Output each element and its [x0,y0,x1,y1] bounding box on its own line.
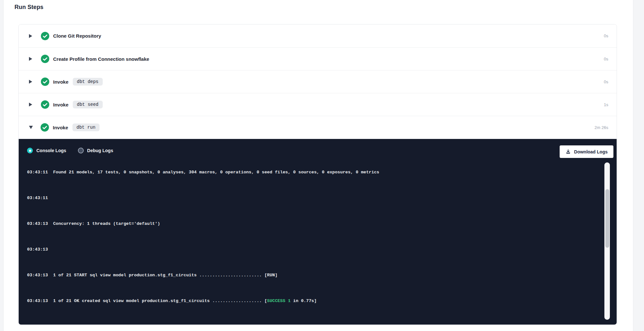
log-tabs: Console Logs Debug Logs [27,148,125,153]
chevron-right-icon[interactable] [29,57,32,61]
log-message: Found 21 models, 17 tests, 0 snapshots, … [48,170,379,175]
log-line: 03:43:11 Found 21 models, 17 tests, 0 sn… [27,169,600,176]
step-duration: 0s [604,79,608,84]
log-message: Concurrency: 1 threads (target='default'… [48,221,160,226]
chevron-right-icon[interactable] [29,34,32,38]
radio-selected-icon[interactable] [27,148,33,153]
step-label: Clone Git Repository [53,33,101,39]
log-line: 03:43:11 [27,195,600,201]
chevron-right-icon[interactable] [29,80,32,84]
run-step-row[interactable]: Invoke dbt deps 0s [19,70,617,93]
chevron-down-icon[interactable] [29,126,33,129]
debug-logs-radio[interactable]: Debug Logs [78,148,113,153]
step-command-chip: dbt seed [73,101,103,108]
run-step-row[interactable]: Create Profile from Connection snowflake… [19,47,617,70]
debug-logs-label: Debug Logs [87,148,113,153]
download-logs-button[interactable]: Download Logs [560,145,613,158]
log-line: 03:43:13 1 of 21 OK created sql view mod… [27,298,600,304]
run-steps-card: Clone Git Repository 0s Create Profile f… [18,24,617,325]
step-label: Invoke [53,102,69,107]
log-scrollbar-track[interactable] [604,162,610,320]
download-logs-label: Download Logs [574,149,608,154]
download-icon [565,149,571,154]
log-output: 03:43:11 Found 21 models, 17 tests, 0 sn… [27,160,600,322]
log-timestamp: 03:43:13 [27,247,48,252]
console-panel: Console Logs Debug Logs Download Logs 03… [19,139,617,325]
run-step-row[interactable]: Invoke dbt run 2m 26s [19,116,617,139]
success-check-icon [41,78,49,86]
step-command-chip: dbt deps [73,78,103,86]
steps-list: Clone Git Repository 0s Create Profile f… [19,24,617,139]
log-scrollbar-thumb[interactable] [605,189,609,248]
step-duration: 0s [604,33,608,38]
log-message: 1 of 21 OK created sql view model produc… [48,299,317,303]
step-label: Invoke [53,79,69,85]
step-duration: 0s [604,57,608,61]
page-title: Run Steps [14,4,43,11]
success-check-icon [41,32,49,40]
log-line: 03:43:13 Concurrency: 1 threads (target=… [27,221,600,227]
log-timestamp: 03:43:13 [27,273,48,278]
step-label: Invoke [53,125,68,130]
run-step-row[interactable]: Invoke dbt seed 1s [19,93,617,116]
console-logs-label: Console Logs [36,148,66,153]
step-duration: 1s [604,102,608,107]
log-line: 03:43:13 [27,246,600,253]
log-timestamp: 03:43:11 [27,196,48,200]
success-check-icon [41,123,49,132]
content-page: Run Steps Clone Git Repository 0s Create… [3,0,633,331]
chevron-right-icon[interactable] [29,103,32,106]
step-duration: 2m 26s [594,125,608,130]
console-logs-radio[interactable]: Console Logs [27,148,66,153]
step-label: Create Profile from Connection snowflake [53,56,149,62]
run-step-row[interactable]: Clone Git Repository 0s [19,24,617,47]
success-check-icon [41,55,49,63]
log-message: 1 of 21 START sql view model production.… [48,273,278,278]
step-command-chip: dbt run [72,124,100,131]
log-timestamp: 03:43:11 [27,170,48,175]
radio-unselected-icon[interactable] [78,148,84,153]
success-check-icon [41,100,49,109]
log-line: 03:43:13 1 of 21 START sql view model pr… [27,272,600,279]
log-timestamp: 03:43:13 [27,299,48,303]
log-timestamp: 03:43:13 [27,221,48,226]
log-lines: 03:43:11 Found 21 models, 17 tests, 0 sn… [27,160,600,322]
